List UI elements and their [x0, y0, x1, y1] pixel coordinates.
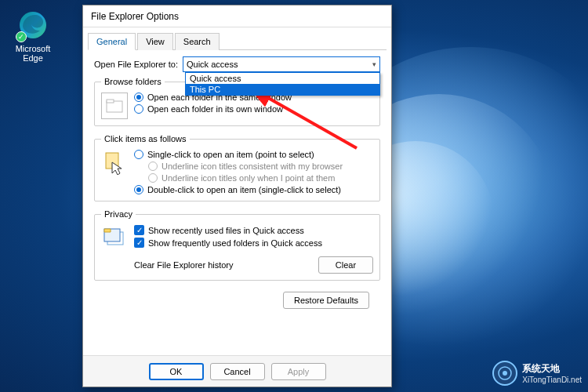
tab-view[interactable]: View [137, 33, 173, 50]
dropdown-option-quick-access[interactable]: Quick access [186, 73, 379, 84]
radio-underline-browser: Underline icon titles consistent with my… [148, 162, 343, 171]
group-legend: Click items as follows [101, 134, 190, 143]
dialog-title: File Explorer Options [83, 5, 391, 27]
group-click-items: Click items as follows Single-click to o… [94, 134, 380, 201]
restore-defaults-button[interactable]: Restore Defaults [283, 292, 369, 309]
ok-button[interactable]: OK [149, 363, 204, 380]
open-explorer-to-combo[interactable]: Quick access ▾ [183, 56, 380, 72]
desktop-shortcut-label: Microsoft Edge [9, 44, 56, 63]
tab-general[interactable]: General [88, 33, 136, 50]
svg-marker-6 [104, 229, 111, 232]
radio-double-click[interactable]: Double-click to open an item (single-cli… [134, 185, 343, 194]
radio-icon [134, 93, 143, 102]
radio-single-click[interactable]: Single-click to open an item (point to s… [134, 150, 343, 159]
file-explorer-options-dialog: File Explorer Options General View Searc… [82, 5, 392, 387]
radio-icon [134, 185, 143, 194]
clear-button[interactable]: Clear [318, 256, 373, 274]
radio-icon [134, 104, 143, 114]
watermark: 系统天地 XiTongTianDi.net [492, 361, 582, 386]
group-privacy: Privacy ✓ Show recently used files in Qu… [94, 209, 380, 281]
group-legend: Privacy [101, 209, 136, 219]
radio-icon [148, 162, 158, 171]
radio-icon [134, 150, 143, 159]
open-explorer-to-label: Open File Explorer to: [94, 60, 178, 69]
watermark-url: XiTongTianDi.net [522, 376, 582, 384]
folder-icon [101, 93, 128, 119]
combo-selected-value: Quick access [187, 60, 238, 69]
group-legend: Browse folders [101, 77, 165, 86]
radio-underline-point: Underline icon titles only when I point … [148, 173, 343, 183]
svg-rect-2 [107, 100, 114, 103]
chevron-down-icon: ▾ [372, 60, 376, 68]
tab-strip: General View Search [88, 32, 387, 50]
clear-history-label: Clear File Explorer history [134, 260, 234, 270]
checkbox-checked-icon: ✓ [134, 225, 144, 235]
desktop-shortcut-edge[interactable]: ✓ Microsoft Edge [9, 9, 56, 63]
dropdown-option-this-pc[interactable]: This PC [186, 84, 379, 95]
svg-point-9 [503, 371, 507, 376]
tab-search[interactable]: Search [175, 33, 220, 50]
checkbox-checked-icon: ✓ [134, 238, 144, 248]
desktop-wallpaper: ✓ Microsoft Edge File Explorer Options G… [0, 0, 588, 392]
checkbox-recent-files[interactable]: ✓ Show recently used files in Quick acce… [134, 225, 322, 235]
open-explorer-to-dropdown: Quick access This PC [185, 72, 380, 96]
radio-icon [148, 173, 158, 183]
watermark-badge-icon [492, 361, 517, 386]
privacy-icon [101, 225, 128, 252]
radio-own-window[interactable]: Open each folder in its own window [134, 104, 292, 114]
apply-button[interactable]: Apply [271, 363, 326, 380]
edge-icon: ✓ [17, 9, 49, 41]
cursor-icon [101, 150, 128, 176]
watermark-text: 系统天地 [522, 362, 582, 376]
checkbox-frequent-folders[interactable]: ✓ Show frequently used folders in Quick … [134, 238, 322, 248]
cancel-button[interactable]: Cancel [210, 363, 265, 380]
dialog-footer: OK Cancel Apply [83, 355, 391, 387]
